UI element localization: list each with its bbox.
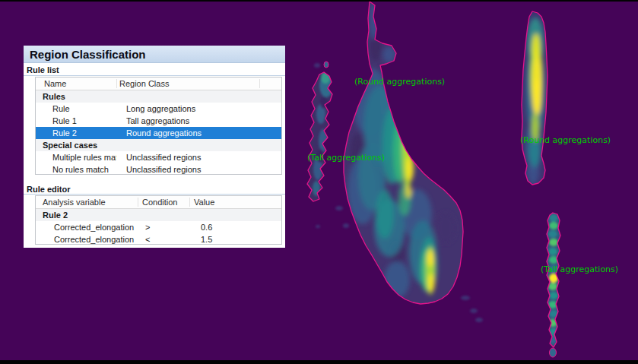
condition-cell [138, 209, 189, 221]
rule-list-row[interactable]: Rules [36, 90, 281, 103]
condition-cell: < [138, 233, 189, 245]
region-class-cell: Tall aggregations [116, 115, 281, 127]
small-outlined-dot [550, 348, 557, 357]
rule-list-row[interactable]: Rule Long aggregations [36, 103, 281, 115]
column-header-value[interactable]: Value [189, 196, 281, 208]
viewer-scene: (Round aggregations) (Tall aggregations)… [0, 0, 638, 364]
column-divider [116, 79, 117, 88]
region-class-cell [116, 139, 281, 151]
region-class-cell: Round aggregations [116, 127, 281, 139]
rule-editor-row[interactable]: Rule 2 [36, 209, 281, 221]
strip-blob [544, 209, 563, 353]
rule-editor-rows: Rule 2 Corrected_elongation > 0.6 Correc [36, 209, 281, 245]
value-cell [189, 209, 281, 221]
region-class-cell: Unclassified regions [116, 151, 281, 163]
dialog-body: Rule list Name Region Class Rules [24, 64, 285, 248]
value-cell: 1.5 [189, 233, 281, 245]
analysis-variable-cell: Corrected_elongation [36, 221, 138, 233]
rule-editor-table: Analysis variable Condition Value Rule 2 [35, 195, 282, 245]
value-cell: 0.6 [189, 221, 281, 233]
region-label-tall-left: (Tall aggregations) [307, 153, 385, 163]
analysis-variable-cell: Corrected_elongation [36, 233, 138, 245]
rule-editor-row[interactable]: Corrected_elongation > 0.6 [36, 221, 281, 233]
region-classification-dialog: Region Classification Rule list Name Reg… [24, 46, 285, 248]
bottom-black-bar [0, 360, 638, 364]
analysis-variable-cell: Rule 2 [36, 209, 138, 221]
condition-cell: > [138, 221, 189, 233]
region-class-cell: Unclassified regions [116, 163, 281, 176]
dialog-title-bar: Region Classification [24, 46, 285, 63]
rule-name-cell: Multiple rules match [36, 151, 116, 163]
top-black-bar [0, 0, 638, 2]
rule-editor-row[interactable]: Corrected_elongation < 1.5 [36, 233, 281, 245]
rule-name-cell: Rules [36, 90, 116, 103]
rule-name-cell: Rule 1 [36, 115, 116, 127]
rule-name-cell: Special cases [36, 139, 116, 151]
rule-list-row[interactable]: Rule 2 Round aggregations [36, 127, 281, 139]
column-divider [189, 198, 190, 207]
region-label-tall-bottom: (Tall aggregations) [541, 264, 618, 274]
rule-editor-section-label: Rule editor [27, 185, 70, 194]
rule-list-row[interactable]: Special cases [36, 139, 281, 151]
rule-name-cell: Rule 2 [36, 127, 116, 139]
left-blob [304, 68, 338, 205]
rule-list-rows: Rules Rule Long aggregations Rule 1 Tall… [36, 90, 281, 176]
rule-name-cell: No rules match [36, 163, 116, 176]
rule-list-row[interactable]: No rules match Unclassified regions [36, 163, 281, 176]
column-header-condition[interactable]: Condition [138, 196, 189, 208]
rule-list-table: Name Region Class Rules Rule [35, 77, 282, 175]
rule-name-cell: Rule [36, 103, 116, 115]
dialog-title: Region Classification [30, 48, 146, 61]
column-header-analysis-variable[interactable]: Analysis variable [36, 196, 138, 208]
column-header-region-class[interactable]: Region Class [116, 78, 281, 90]
rule-list-row[interactable]: Rule 1 Tall aggregations [36, 115, 281, 127]
region-label-round-center: (Round aggregations) [354, 77, 445, 87]
column-divider [138, 198, 138, 207]
rule-list-row[interactable]: Multiple rules match Unclassified region… [36, 151, 281, 163]
divider [24, 194, 285, 195]
rule-list-section-label: Rule list [27, 65, 59, 74]
region-class-cell: Long aggregations [116, 103, 281, 115]
small-outlined-dot [324, 62, 329, 68]
rule-list-header: Name Region Class [36, 78, 281, 90]
region-class-cell [116, 90, 281, 103]
column-divider [259, 79, 260, 88]
rule-editor-header: Analysis variable Condition Value [36, 196, 281, 209]
column-header-name[interactable]: Name [36, 78, 116, 90]
region-label-round-right: (Round aggregations) [520, 135, 611, 145]
divider [24, 75, 285, 76]
